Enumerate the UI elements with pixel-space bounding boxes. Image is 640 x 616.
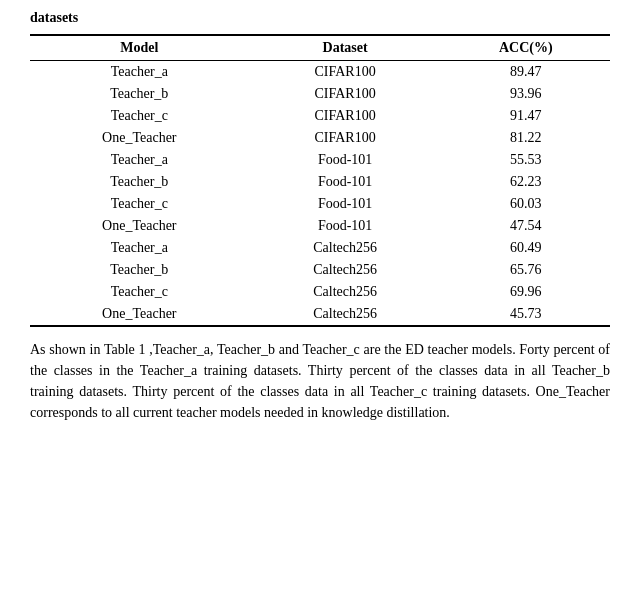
table-cell: 62.23 (442, 171, 610, 193)
table-cell: Food-101 (249, 171, 442, 193)
table-row: Teacher_aCaltech25660.49 (30, 237, 610, 259)
table-cell: Caltech256 (249, 303, 442, 326)
table-row: Teacher_bCaltech25665.76 (30, 259, 610, 281)
table-row: One_TeacherCIFAR10081.22 (30, 127, 610, 149)
table-cell: Teacher_b (30, 171, 249, 193)
table-cell: Caltech256 (249, 281, 442, 303)
table-cell: 81.22 (442, 127, 610, 149)
table-cell: 60.49 (442, 237, 610, 259)
description-paragraph: As shown in Table 1 ,Teacher_a, Teacher_… (30, 339, 610, 423)
table-cell: Food-101 (249, 215, 442, 237)
table-cell: One_Teacher (30, 215, 249, 237)
table-cell: Teacher_a (30, 61, 249, 84)
table-row: Teacher_aFood-10155.53 (30, 149, 610, 171)
table-cell: Teacher_b (30, 259, 249, 281)
col-acc: ACC(%) (442, 35, 610, 61)
table-cell: Teacher_c (30, 193, 249, 215)
table-cell: Teacher_b (30, 83, 249, 105)
col-dataset: Dataset (249, 35, 442, 61)
table-row: Teacher_cFood-10160.03 (30, 193, 610, 215)
table-cell: CIFAR100 (249, 127, 442, 149)
table-cell: 69.96 (442, 281, 610, 303)
section-title: datasets (30, 10, 610, 26)
table-cell: 89.47 (442, 61, 610, 84)
table-cell: Teacher_a (30, 149, 249, 171)
results-table: Model Dataset ACC(%) Teacher_aCIFAR10089… (30, 34, 610, 327)
table-cell: 45.73 (442, 303, 610, 326)
table-cell: CIFAR100 (249, 83, 442, 105)
table-cell: CIFAR100 (249, 105, 442, 127)
table-cell: 47.54 (442, 215, 610, 237)
table-cell: 65.76 (442, 259, 610, 281)
table-row: One_TeacherCaltech25645.73 (30, 303, 610, 326)
table-cell: 93.96 (442, 83, 610, 105)
table-row: Teacher_cCIFAR10091.47 (30, 105, 610, 127)
table-row: One_TeacherFood-10147.54 (30, 215, 610, 237)
table-cell: 91.47 (442, 105, 610, 127)
table-cell: Food-101 (249, 193, 442, 215)
table-cell: One_Teacher (30, 303, 249, 326)
table-row: Teacher_bFood-10162.23 (30, 171, 610, 193)
table-cell: 55.53 (442, 149, 610, 171)
table-cell: One_Teacher (30, 127, 249, 149)
table-cell: Caltech256 (249, 259, 442, 281)
table-header-row: Model Dataset ACC(%) (30, 35, 610, 61)
table-cell: Teacher_c (30, 281, 249, 303)
table-cell: CIFAR100 (249, 61, 442, 84)
table-cell: Teacher_c (30, 105, 249, 127)
table-cell: Caltech256 (249, 237, 442, 259)
table-row: Teacher_aCIFAR10089.47 (30, 61, 610, 84)
table-cell: 60.03 (442, 193, 610, 215)
col-model: Model (30, 35, 249, 61)
table-row: Teacher_bCIFAR10093.96 (30, 83, 610, 105)
table-cell: Food-101 (249, 149, 442, 171)
table-row: Teacher_cCaltech25669.96 (30, 281, 610, 303)
table-cell: Teacher_a (30, 237, 249, 259)
